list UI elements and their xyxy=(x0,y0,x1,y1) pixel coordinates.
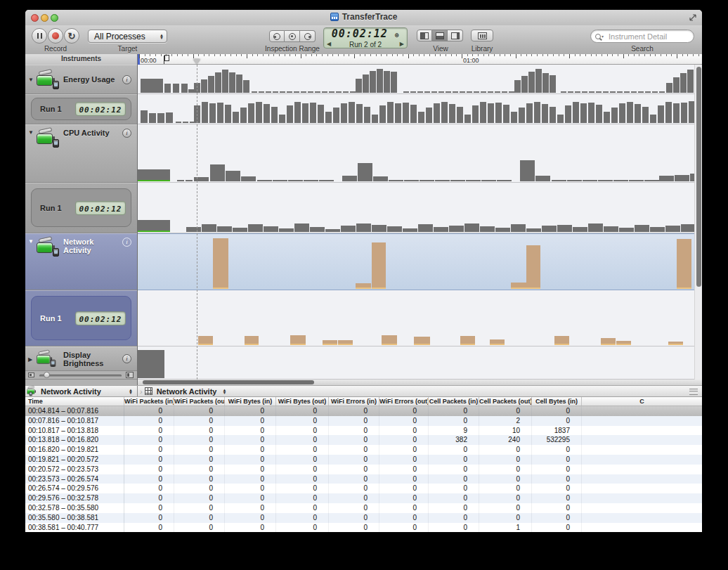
disclosure-open-icon[interactable]: ▼ xyxy=(28,77,35,83)
horizontal-scrollbar[interactable] xyxy=(138,380,702,385)
range-end-button[interactable] xyxy=(300,30,316,42)
table-row[interactable]: 00:38.581 – 00:40.777000000010 xyxy=(25,523,702,532)
track-cpu-run[interactable] xyxy=(138,183,702,233)
search-input[interactable] xyxy=(607,32,687,41)
histogram-bar xyxy=(557,225,572,232)
histogram-bar xyxy=(557,115,564,123)
track-network-main[interactable] xyxy=(138,233,702,290)
sidebar-instrument-display[interactable]: ▶ Display Brightness i xyxy=(25,346,137,371)
track-energy-main[interactable] xyxy=(138,65,702,94)
vertical-scrollbar[interactable] xyxy=(694,65,702,380)
disclosure-closed-icon[interactable]: ▶ xyxy=(28,356,35,363)
column-header[interactable]: WiFi Packets (out) xyxy=(174,397,225,406)
table-row[interactable]: 00:10.817 – 00:13.8180000009101837 xyxy=(25,426,702,436)
fullscreen-icon[interactable] xyxy=(689,13,697,22)
detail-instrument-selector[interactable]: Network Activity ▲▼ xyxy=(25,386,138,396)
sidebar-cpu-run[interactable]: Run 1 00:02:12 xyxy=(25,183,137,233)
histogram-bar xyxy=(481,91,486,93)
histogram-bar xyxy=(217,226,232,232)
ruler-tick xyxy=(547,54,548,56)
playhead-marker[interactable] xyxy=(193,59,200,64)
info-button[interactable]: i xyxy=(122,354,131,363)
column-header[interactable]: WiFi Errors (in) xyxy=(329,397,379,406)
run-box[interactable]: Run 1 00:02:12 xyxy=(31,296,131,340)
table-row[interactable]: 00:07.816 – 00:10.817000000020 xyxy=(25,416,702,426)
table-row[interactable]: 00:04.814 – 00:07.816000000000 xyxy=(25,406,702,416)
track-zoom-slider[interactable] xyxy=(39,375,122,377)
histogram-bar xyxy=(635,225,649,232)
detail-table-header[interactable]: TimeWiFi Packets (in)WiFi Packets (out)W… xyxy=(25,397,702,406)
info-button[interactable]: i xyxy=(122,75,131,84)
table-row[interactable]: 00:13.818 – 00:16.820000000382240532295 xyxy=(25,435,702,445)
sidebar-network-run[interactable]: Run 1 00:02:12 xyxy=(25,290,137,346)
info-button[interactable]: i xyxy=(122,238,131,247)
table-row[interactable]: 00:20.572 – 00:23.573000000000 xyxy=(25,465,702,474)
range-clear-button[interactable] xyxy=(285,30,300,42)
histogram-bar xyxy=(511,283,526,289)
table-row[interactable]: 00:35.580 – 00:38.581000000000 xyxy=(25,513,702,523)
view-bottom-pane-button[interactable] xyxy=(432,30,448,41)
ruler-tick xyxy=(257,54,258,56)
run-timer-display[interactable]: 00:02:12 ⊙ ◀ Run 2 of 2 ▶ xyxy=(323,27,408,48)
library-button[interactable] xyxy=(471,30,493,41)
right-pane-icon xyxy=(451,32,460,39)
column-header[interactable]: WiFi Packets (in) xyxy=(124,397,174,406)
pause-button[interactable] xyxy=(32,28,47,44)
track-cpu-main[interactable] xyxy=(138,124,702,183)
track-display-main[interactable] xyxy=(138,346,702,380)
large-track-icon[interactable] xyxy=(126,372,134,378)
column-header[interactable]: Time xyxy=(25,397,124,406)
column-header[interactable]: WiFi Errors (out) xyxy=(379,397,429,406)
sidebar-energy-run[interactable]: Run 1 00:02:12 xyxy=(25,94,137,124)
histogram-bar xyxy=(658,105,664,123)
small-track-icon[interactable] xyxy=(28,373,34,377)
table-row[interactable]: 00:29.576 – 00:32.578000000000 xyxy=(25,493,702,503)
target-popup[interactable]: All Processes ▲▼ xyxy=(88,30,167,43)
table-row[interactable]: 00:32.578 – 00:35.580000000000 xyxy=(25,503,702,513)
disclosure-open-icon[interactable]: ▼ xyxy=(28,129,35,136)
column-header[interactable]: Cell Packets (in) xyxy=(429,397,479,406)
search-field[interactable]: ▾ xyxy=(590,30,694,43)
table-row[interactable]: 00:23.573 – 00:26.574000000000 xyxy=(25,474,702,484)
range-start-button[interactable] xyxy=(269,30,285,42)
value-cell xyxy=(582,465,702,474)
sidebar-instrument-cpu[interactable]: ▼ CPU Activity i xyxy=(25,124,137,183)
column-header[interactable]: WiFi Bytes (out) xyxy=(276,397,329,406)
view-right-pane-button[interactable] xyxy=(448,30,463,41)
vertical-scrollbar-thumb[interactable] xyxy=(696,67,701,287)
column-header[interactable]: Cell Bytes (in) xyxy=(532,397,582,406)
track-zoom-thumb[interactable] xyxy=(44,372,50,378)
record-button[interactable] xyxy=(48,28,63,44)
titlebar[interactable]: TransferTrace xyxy=(25,10,702,26)
run-box[interactable]: Run 1 00:02:12 xyxy=(31,98,131,120)
horizontal-scrollbar-thumb[interactable] xyxy=(143,380,314,384)
table-row[interactable]: 00:16.820 – 00:19.821000000000 xyxy=(25,445,702,455)
table-row[interactable]: 00:26.574 – 00:29.576000000000 xyxy=(25,484,702,493)
detail-table-body[interactable]: 00:04.814 – 00:07.81600000000000:07.816 … xyxy=(25,406,702,532)
histogram-bar xyxy=(490,339,505,345)
sidebar-instrument-network[interactable]: ▼ Network Activity i xyxy=(25,233,137,290)
previous-run-button[interactable]: ◀ xyxy=(327,40,331,48)
value-cell: 0 xyxy=(479,465,532,474)
ruler-tick xyxy=(655,54,656,56)
table-row[interactable]: 00:19.821 – 00:20.572000000000 xyxy=(25,455,702,465)
value-cell: 382 xyxy=(429,435,479,445)
next-run-button[interactable]: ▶ xyxy=(400,40,404,48)
column-header[interactable]: WiFi Bytes (in) xyxy=(225,397,276,406)
resize-grip[interactable] xyxy=(689,389,698,395)
column-header[interactable]: Cell Packets (out) xyxy=(479,397,532,406)
value-cell: 0 xyxy=(429,465,479,474)
timeline-ruler[interactable]: 00:0001:00 xyxy=(138,54,702,65)
view-left-pane-button[interactable] xyxy=(417,30,432,41)
run-box[interactable]: Run 1 00:02:12 xyxy=(31,188,131,227)
detail-table-title[interactable]: Network Activity xyxy=(157,387,217,396)
track-energy-run[interactable] xyxy=(138,94,702,124)
tracks-plot[interactable] xyxy=(138,65,702,380)
info-button[interactable]: i xyxy=(122,129,131,138)
sidebar-instrument-energy[interactable]: ▼ Energy Usage i xyxy=(25,65,137,94)
column-header[interactable]: C xyxy=(582,397,702,406)
loop-button[interactable]: ↻ xyxy=(64,28,79,44)
inspection-range-flag[interactable] xyxy=(164,55,169,61)
track-network-run[interactable] xyxy=(138,290,702,346)
disclosure-open-icon[interactable]: ▼ xyxy=(28,238,35,245)
